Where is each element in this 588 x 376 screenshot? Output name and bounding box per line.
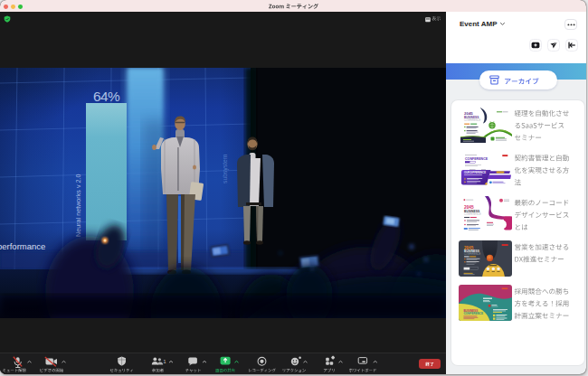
- svg-text:CONFERENCE: CONFERENCE: [464, 118, 480, 122]
- svg-text:Neural networks v 2.0: Neural networks v 2.0: [74, 174, 82, 237]
- svg-text:1: 1: [164, 359, 166, 364]
- svg-text:CONFERENCE: CONFERENCE: [463, 311, 483, 315]
- svg-text:CONFERENCE: CONFERENCE: [465, 157, 488, 161]
- svg-text:CONFERENCE: CONFERENCE: [464, 212, 481, 216]
- svg-text:subsystem: subsystem: [222, 154, 229, 183]
- svg-text:performance: performance: [0, 241, 45, 251]
- svg-text:CONFERENCE: CONFERENCE: [464, 252, 480, 256]
- svg-text:64%: 64%: [93, 89, 120, 104]
- svg-text:OUR DIFFERENCE: OUR DIFFERENCE: [464, 171, 486, 174]
